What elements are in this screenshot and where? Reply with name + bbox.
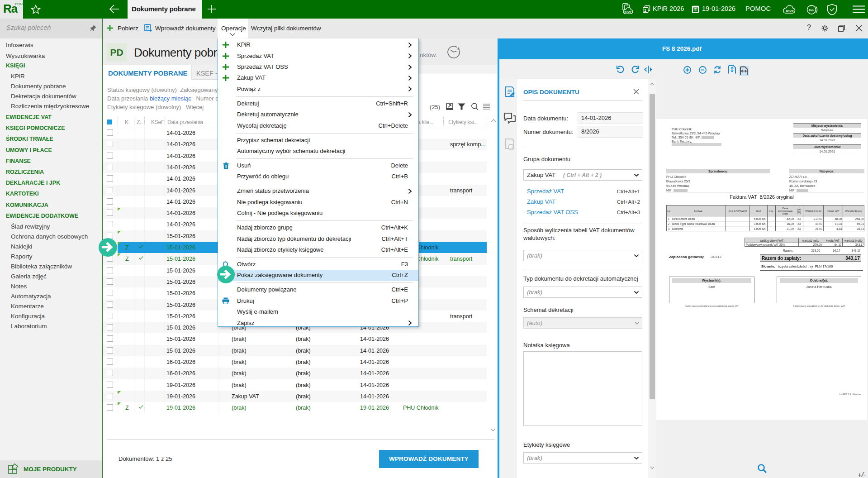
svg-text:Ins: Ins [809, 8, 814, 12]
svg-text:1: 1 [644, 8, 646, 13]
svg-text:KSeF: KSeF [625, 10, 633, 14]
svg-text:KSeF: KSeF [786, 9, 795, 13]
svg-text:zł: zł [510, 145, 513, 150]
